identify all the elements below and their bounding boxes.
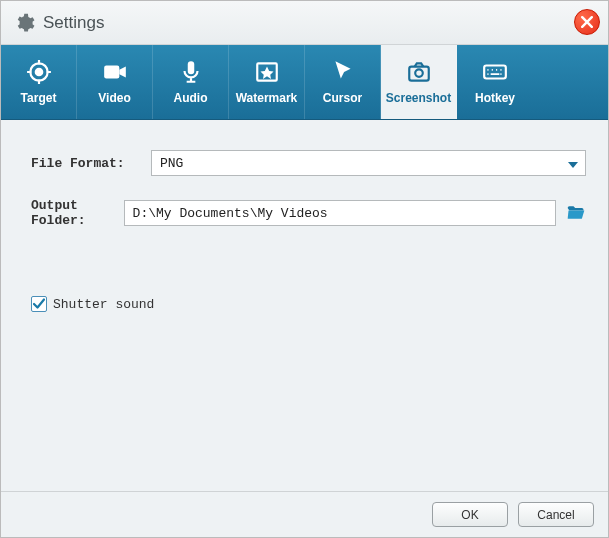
cancel-button[interactable]: Cancel bbox=[518, 502, 594, 527]
video-icon bbox=[102, 59, 128, 85]
tab-label: Target bbox=[21, 91, 57, 105]
file-format-value[interactable] bbox=[151, 150, 586, 176]
output-folder-field[interactable] bbox=[124, 200, 556, 226]
tab-label: Hotkey bbox=[475, 91, 515, 105]
tab-label: Watermark bbox=[236, 91, 298, 105]
audio-icon bbox=[178, 59, 204, 85]
shutter-sound-row: Shutter sound bbox=[31, 296, 586, 312]
output-folder-row: Output Folder: bbox=[31, 198, 586, 228]
titlebar: Settings bbox=[1, 1, 608, 45]
tab-label: Screenshot bbox=[386, 91, 451, 105]
svg-rect-7 bbox=[484, 66, 506, 79]
tabbar: Target Video Audio Watermark Cursor bbox=[1, 45, 608, 120]
keyboard-icon bbox=[482, 59, 508, 85]
tab-label: Video bbox=[98, 91, 130, 105]
content-area: File Format: Output Folder: Shutter soun… bbox=[1, 120, 608, 491]
output-folder-label: Output Folder: bbox=[31, 198, 124, 228]
tab-video[interactable]: Video bbox=[77, 45, 153, 119]
file-format-row: File Format: bbox=[31, 150, 586, 176]
close-icon bbox=[581, 16, 593, 28]
tab-target[interactable]: Target bbox=[1, 45, 77, 119]
folder-open-icon bbox=[566, 203, 586, 223]
browse-folder-button[interactable] bbox=[566, 202, 586, 224]
tab-watermark[interactable]: Watermark bbox=[229, 45, 305, 119]
tab-cursor[interactable]: Cursor bbox=[305, 45, 381, 119]
tab-hotkey[interactable]: Hotkey bbox=[457, 45, 533, 119]
tab-audio[interactable]: Audio bbox=[153, 45, 229, 119]
file-format-select[interactable] bbox=[151, 150, 586, 176]
svg-point-1 bbox=[35, 69, 42, 76]
footer: OK Cancel bbox=[1, 491, 608, 537]
cursor-icon bbox=[330, 59, 356, 85]
window-title: Settings bbox=[43, 13, 104, 33]
svg-rect-3 bbox=[187, 61, 194, 74]
file-format-label: File Format: bbox=[31, 156, 151, 171]
gear-icon bbox=[13, 12, 35, 34]
shutter-sound-checkbox[interactable] bbox=[31, 296, 47, 312]
camera-icon bbox=[406, 59, 432, 85]
settings-window: Settings Target Video Audio bbox=[0, 0, 609, 538]
shutter-sound-label: Shutter sound bbox=[53, 297, 154, 312]
svg-rect-2 bbox=[104, 66, 119, 79]
watermark-icon bbox=[254, 59, 280, 85]
tab-label: Cursor bbox=[323, 91, 362, 105]
ok-button[interactable]: OK bbox=[432, 502, 508, 527]
target-icon bbox=[26, 59, 52, 85]
svg-point-6 bbox=[415, 69, 423, 77]
tab-label: Audio bbox=[174, 91, 208, 105]
close-button[interactable] bbox=[574, 9, 600, 35]
tab-screenshot[interactable]: Screenshot bbox=[381, 45, 457, 119]
check-icon bbox=[33, 298, 45, 310]
